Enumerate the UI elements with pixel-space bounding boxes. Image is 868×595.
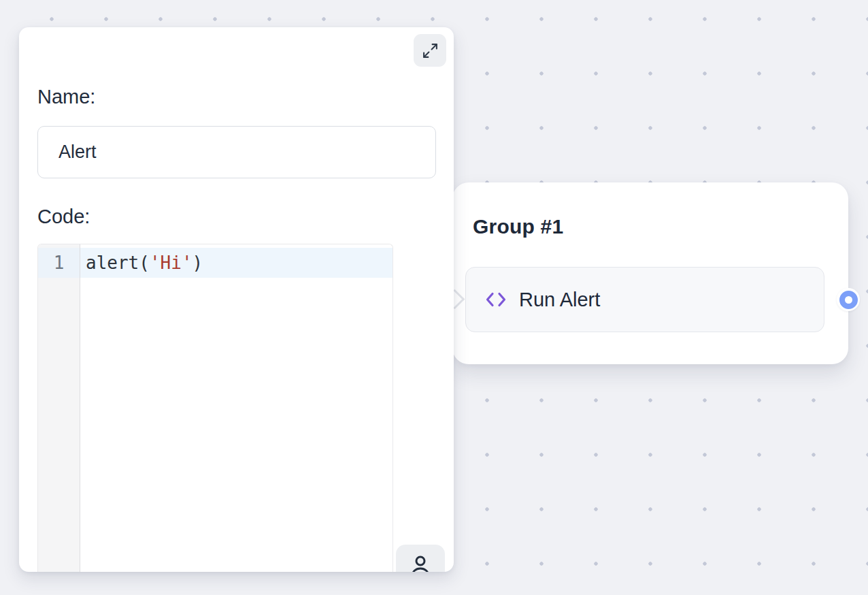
node-editor-panel: Name: Code: 1 alert('Hi'): [19, 27, 454, 572]
line-number: 1: [38, 248, 80, 278]
node-run-alert[interactable]: Run Alert: [465, 267, 824, 332]
code-line: alert('Hi'): [80, 248, 393, 278]
expand-diagonal-icon: [422, 42, 439, 59]
name-label: Name:: [37, 86, 95, 108]
code-label: Code:: [37, 206, 90, 228]
code-brackets-icon: [484, 290, 507, 309]
name-input[interactable]: [37, 126, 436, 178]
output-handle-dot: [839, 291, 858, 309]
output-handle[interactable]: [837, 288, 860, 311]
code-area[interactable]: alert('Hi'): [80, 244, 393, 572]
code-editor[interactable]: 1 alert('Hi'): [37, 244, 393, 572]
line-number-gutter: 1: [38, 244, 80, 572]
code-token-plain: ): [193, 253, 203, 273]
group-title: Group #1: [473, 215, 563, 238]
code-token-plain: alert(: [86, 253, 150, 273]
user-button[interactable]: [396, 545, 445, 572]
flow-canvas[interactable]: Group #1 Run Alert: [0, 0, 868, 595]
person-icon: [407, 553, 433, 572]
node-label: Run Alert: [519, 289, 600, 311]
code-token-string: 'Hi': [150, 253, 193, 273]
group-node-card[interactable]: Group #1 Run Alert: [452, 182, 848, 364]
expand-button[interactable]: [414, 34, 446, 67]
